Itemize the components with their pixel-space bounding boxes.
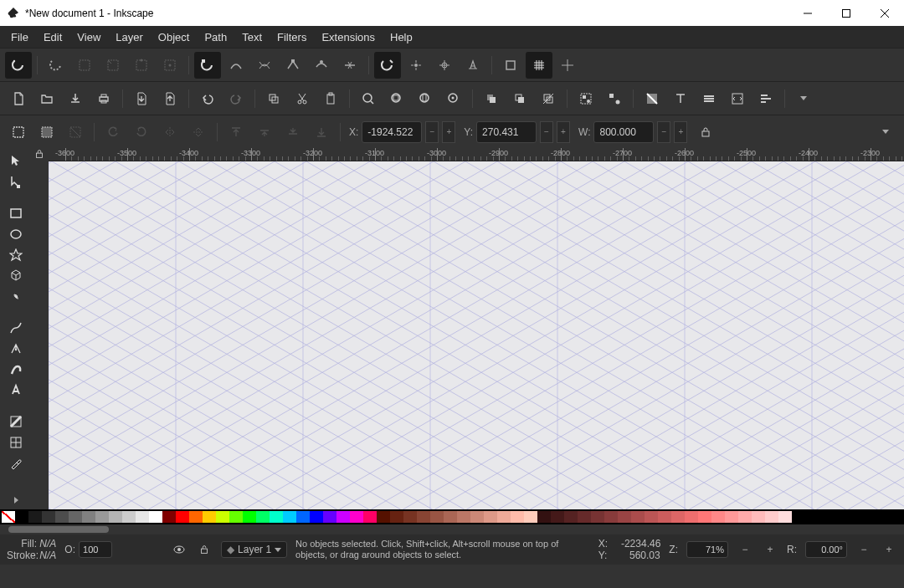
lower-button[interactable] [280,119,306,146]
snap-nodes-button[interactable] [194,52,221,79]
snap-rotation-center-button[interactable] [431,52,458,79]
import-button[interactable] [128,85,155,112]
snap-bbox-midpoint-button[interactable] [128,52,155,79]
menu-object[interactable]: Object [151,26,198,48]
zoom-center-button[interactable] [440,85,467,112]
snap-midpoint-button[interactable] [336,52,363,79]
swatch[interactable] [430,511,444,523]
snap-path-button[interactable] [223,52,249,79]
swatch[interactable] [55,511,69,523]
ungroup-button[interactable] [601,85,628,112]
snap-center-button[interactable] [403,52,429,79]
swatch[interactable] [537,511,551,523]
swatch[interactable] [270,511,283,523]
dropper-tool[interactable] [4,453,28,473]
swatch[interactable] [162,511,176,523]
rotation-input[interactable] [805,541,847,558]
lock-aspect-button[interactable] [692,119,719,146]
swatch[interactable] [82,511,95,523]
raise-top-button[interactable] [223,119,249,146]
swatch[interactable] [363,511,377,523]
snap-enable-button[interactable] [5,52,32,79]
star-tool[interactable] [4,245,28,264]
swatch[interactable] [109,511,122,523]
swatch[interactable] [711,511,725,523]
swatch[interactable] [203,511,216,523]
zoom-drawing-button[interactable] [383,85,410,112]
select-all-button[interactable] [5,119,32,146]
text-tool[interactable] [4,381,28,400]
flip-v-button[interactable] [185,119,212,146]
align-dialog-button[interactable] [752,85,779,112]
maximize-button[interactable] [827,0,865,26]
layer-lock-toggle[interactable] [196,541,213,558]
swatch[interactable] [671,511,685,523]
expand-toolbox[interactable] [4,490,28,509]
w-plus[interactable]: + [674,121,687,143]
fill-stroke-button[interactable] [639,85,665,112]
new-doc-button[interactable] [5,85,32,112]
swatch[interactable] [738,511,752,523]
zoom-page-button[interactable] [412,85,439,112]
menu-layer[interactable]: Layer [108,26,151,48]
menu-view[interactable]: View [69,26,108,48]
menu-text[interactable]: Text [234,26,270,48]
y-input[interactable] [476,121,537,143]
swatch[interactable] [685,511,698,523]
gradient-tool[interactable] [4,412,28,432]
swatch[interactable] [591,511,604,523]
swatch[interactable] [216,511,229,523]
swatch[interactable] [323,511,336,523]
y-plus[interactable]: + [557,121,570,143]
swatch[interactable] [698,511,711,523]
palette-scrollbar[interactable] [8,526,109,533]
calligraphy-tool[interactable] [4,360,28,379]
menu-edit[interactable]: Edit [36,26,69,48]
undo-button[interactable] [194,85,221,112]
text-dialog-button[interactable] [667,85,694,112]
snap-bbox-corner-button[interactable] [100,52,126,79]
snap-grid-button[interactable] [526,52,552,79]
more-controls-button[interactable] [872,119,899,146]
mesh-tool[interactable] [4,433,28,453]
flip-h-button[interactable] [157,119,183,146]
raise-button[interactable] [251,119,278,146]
swatch[interactable] [310,511,323,523]
canvas[interactable] [49,161,904,509]
snap-smooth-button[interactable] [308,52,335,79]
x-minus[interactable]: − [425,121,439,143]
menu-help[interactable]: Help [383,26,420,48]
swatch[interactable] [470,511,484,523]
rotate-cw[interactable]: + [881,541,897,558]
unlink-clone-button[interactable] [535,85,562,112]
save-button[interactable] [62,85,89,112]
menu-file[interactable]: File [3,26,36,48]
swatch[interactable] [390,511,403,523]
swatch[interactable] [511,511,524,523]
rotate-ccw-button[interactable] [100,119,126,146]
swatch[interactable] [604,511,618,523]
zoom-input[interactable] [686,541,728,558]
layers-dialog-button[interactable] [696,85,722,112]
swatch[interactable] [564,511,578,523]
menu-path[interactable]: Path [197,26,234,48]
swatch[interactable] [645,511,658,523]
swatch[interactable] [2,511,15,523]
snap-text-baseline-button[interactable] [460,52,486,79]
visibility-toggle[interactable] [171,541,187,558]
menu-filters[interactable]: Filters [270,26,314,48]
zoom-in[interactable]: + [762,541,778,558]
select-all-layers-button[interactable] [33,119,60,146]
selector-tool[interactable] [4,151,28,171]
swatch[interactable] [631,511,645,523]
menu-extensions[interactable]: Extensions [314,26,383,48]
swatch[interactable] [497,511,511,523]
paste-button[interactable] [317,85,344,112]
vertical-ruler[interactable] [32,160,49,509]
fill-value[interactable]: N/A [39,538,56,550]
snap-bbox-edge-button[interactable] [71,52,98,79]
swatch[interactable] [752,511,765,523]
swatch[interactable] [229,511,243,523]
xml-editor-button[interactable] [724,85,751,112]
swatch[interactable] [336,511,350,523]
